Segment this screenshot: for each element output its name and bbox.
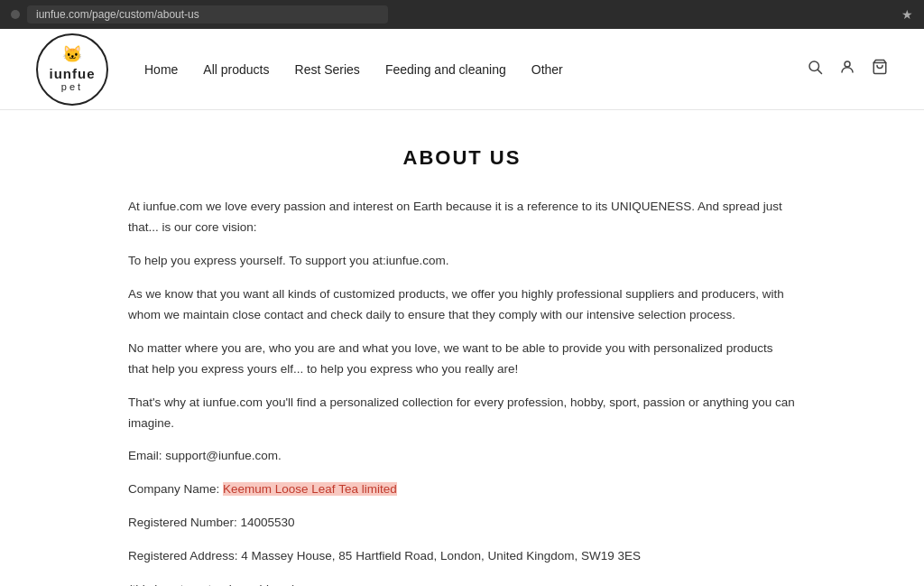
nav-feeding-cleaning[interactable]: Feeding and cleaning	[385, 62, 506, 77]
nav-all-products[interactable]: All products	[203, 62, 269, 77]
browser-url[interactable]: iunfue.com/page/custom/about-us	[27, 5, 388, 23]
para-5: That's why at iunfue.com you'll find a p…	[128, 393, 796, 434]
para-3: As we know that you want all kinds of cu…	[128, 284, 796, 326]
para-2: To help you express yourself. To support…	[128, 251, 796, 272]
para-reg-number: Registered Number: 14005530	[128, 513, 796, 534]
company-name: Keemum Loose Leaf Tea limited	[223, 482, 397, 496]
logo-area: 🐱 iunfue pet	[36, 33, 108, 106]
nav-home[interactable]: Home	[144, 62, 178, 77]
logo[interactable]: 🐱 iunfue pet	[36, 33, 108, 106]
svg-line-1	[818, 70, 821, 73]
cat-icon: 🐱	[62, 44, 82, 64]
page-title: ABOUT US	[128, 146, 796, 170]
nav-other[interactable]: Other	[531, 62, 563, 77]
header-icons	[807, 59, 888, 79]
logo-sub: pet	[61, 81, 83, 92]
main-nav: Home All products Rest Series Feeding an…	[144, 62, 807, 77]
site-header: 🐱 iunfue pet Home All products Rest Seri…	[0, 29, 924, 110]
browser-chrome: iunfue.com/page/custom/about-us ★	[0, 0, 924, 29]
para-email: Email: support@iunfue.com.	[128, 446, 796, 467]
para-company: Company Name: Keemum Loose Leaf Tea limi…	[128, 479, 796, 500]
browser-star-icon[interactable]: ★	[901, 7, 913, 22]
main-content: ABOUT US At iunfue.com we love every pas…	[110, 110, 814, 586]
account-icon[interactable]	[839, 59, 855, 79]
search-icon[interactable]	[807, 59, 823, 79]
svg-point-2	[845, 61, 850, 67]
browser-dot	[11, 10, 20, 19]
para-4: No matter where you are, who you are and…	[128, 339, 796, 380]
para-not-returning: (this is not a returning address)	[128, 580, 796, 586]
logo-brand: iunfue	[50, 67, 96, 80]
para-1: At iunfue.com we love every passion and …	[128, 197, 796, 238]
company-label: Company Name:	[128, 482, 223, 496]
about-text: At iunfue.com we love every passion and …	[128, 197, 796, 586]
para-reg-address: Registered Address: 4 Massey House, 85 H…	[128, 546, 796, 567]
cart-icon[interactable]	[872, 59, 888, 79]
nav-rest-series[interactable]: Rest Series	[295, 62, 360, 77]
